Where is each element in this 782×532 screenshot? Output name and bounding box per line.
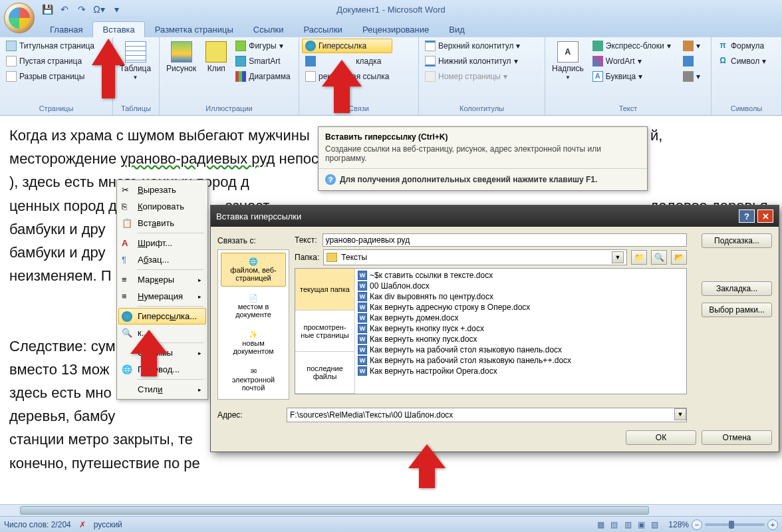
link-to-email[interactable]: ✉электронной почтой bbox=[221, 362, 286, 396]
link-to-place[interactable]: 📄местом в документе bbox=[221, 289, 286, 323]
bookmark-dlg-button[interactable]: Закладка... bbox=[702, 281, 772, 296]
ctx-hyperlink[interactable]: Гиперссылка... bbox=[118, 308, 206, 325]
file-item[interactable]: Как вернуть кнопку пуск +.docx bbox=[356, 323, 685, 334]
bt-current[interactable]: текущая папка bbox=[295, 269, 354, 311]
qat-menu-icon[interactable]: ▾ bbox=[109, 2, 124, 17]
horizontal-scrollbar[interactable] bbox=[0, 504, 782, 516]
date-button[interactable] bbox=[680, 54, 704, 68]
tab-review[interactable]: Рецензирование bbox=[352, 21, 439, 37]
pagenum-button[interactable]: Номер страницы ▾ bbox=[422, 69, 523, 84]
bt-recent[interactable]: последние файлы bbox=[295, 352, 354, 394]
bookmark-button[interactable]: Закладкакладка bbox=[302, 54, 392, 68]
ctx-bullets[interactable]: ≡Маркеры▸ bbox=[118, 271, 206, 288]
ctx-copy[interactable]: ⎘Копировать bbox=[118, 198, 206, 215]
blank-page-button[interactable]: Пустая страница bbox=[3, 54, 98, 68]
zoom-in[interactable]: + bbox=[767, 519, 778, 530]
dropcap-button[interactable]: AБуквица ▾ bbox=[589, 69, 674, 84]
text-input[interactable] bbox=[323, 233, 687, 247]
page-break-button[interactable]: Разрыв страницы bbox=[3, 69, 98, 84]
text: неизменяем. П bbox=[9, 267, 112, 284]
file-item[interactable]: Как div выровнять по центру.docx bbox=[356, 291, 685, 302]
sig-button[interactable]: ▾ bbox=[680, 39, 704, 53]
word-doc-icon bbox=[358, 303, 367, 312]
crossref-button[interactable]: рекрестная ссылка bbox=[302, 69, 392, 84]
file-item[interactable]: Как вернуть на рабочий стол языковую пан… bbox=[356, 355, 685, 366]
file-item[interactable]: Как вернуть домен.docx bbox=[356, 313, 685, 323]
file-item[interactable]: Как вернуть адресную строку в Опере.docx bbox=[356, 302, 685, 313]
ctx-paste[interactable]: 📋Вставить bbox=[118, 215, 206, 231]
file-item[interactable]: ~$к ставить ссылки в тексте.docx bbox=[356, 270, 685, 281]
tab-home[interactable]: Главная bbox=[40, 21, 92, 37]
link-to-file[interactable]: 🌐файлом, веб-страницей bbox=[221, 253, 286, 287]
spell-icon[interactable]: ✗ bbox=[79, 520, 86, 529]
shapes-button[interactable]: Фигуры ▾ bbox=[232, 39, 293, 53]
ctx-numbering[interactable]: ≡Нумерация▸ bbox=[118, 288, 206, 305]
file-list[interactable]: ~$к ставить ссылки в тексте.docx00 Шабло… bbox=[355, 269, 686, 394]
ctx-font[interactable]: AШрифт... bbox=[118, 235, 206, 251]
tab-view[interactable]: Вид bbox=[439, 21, 475, 37]
dialog-titlebar[interactable]: Вставка гиперссылки ? ✕ bbox=[211, 205, 779, 227]
target-frame-button[interactable]: Выбор рамки... bbox=[702, 303, 772, 317]
ok-button[interactable]: ОК bbox=[626, 430, 696, 445]
redo-icon[interactable]: ↷ bbox=[74, 2, 89, 17]
dialog-close-button[interactable]: ✕ bbox=[757, 209, 773, 223]
undo-icon[interactable]: ↶ bbox=[57, 2, 72, 17]
ctx-styles[interactable]: Стили▸ bbox=[118, 381, 206, 398]
ribbon: Титульная страница Пустая страница Разры… bbox=[0, 37, 782, 116]
file-item[interactable]: Как вернуть на рабочий стол языковую пан… bbox=[356, 344, 685, 355]
ctx-para[interactable]: ¶Абзац... bbox=[118, 251, 206, 268]
word-doc-icon bbox=[358, 324, 367, 333]
tab-insert[interactable]: Вставка bbox=[92, 21, 144, 37]
link-to-new[interactable]: ✨новым документом bbox=[221, 326, 286, 360]
text: конечно, путешествие по ре bbox=[9, 455, 200, 471]
omega-icon[interactable]: Ω▾ bbox=[92, 2, 106, 17]
address-input[interactable] bbox=[287, 408, 674, 422]
ctx-synonyms[interactable]: С онимы▸ bbox=[118, 344, 206, 361]
symbol-button[interactable]: ΩСимвол ▾ bbox=[714, 54, 769, 68]
cover-page-button[interactable]: Титульная страница bbox=[3, 39, 98, 53]
folder-combo[interactable]: Тексты ▼ bbox=[323, 249, 627, 265]
smartart-button[interactable]: SmartArt bbox=[232, 54, 293, 68]
tooltip-title: Вставить гиперссылку (Ctrl+K) bbox=[319, 127, 647, 144]
clip-button[interactable]: Клип bbox=[201, 39, 231, 76]
address-dropdown[interactable]: ▼ bbox=[674, 408, 686, 420]
zoom-value[interactable]: 128% bbox=[668, 520, 689, 529]
ctx-search[interactable]: 🔍к... bbox=[118, 325, 206, 341]
object-button[interactable]: ▾ bbox=[680, 69, 704, 84]
chart-button[interactable]: Диаграмма bbox=[232, 69, 293, 84]
web-button[interactable]: 🔍 bbox=[651, 250, 667, 265]
browse-button[interactable]: 📂 bbox=[671, 250, 687, 265]
textbox-button[interactable]: AНадпись▼ bbox=[548, 39, 588, 83]
table-button[interactable]: Таблица▼ bbox=[116, 39, 155, 83]
view-buttons[interactable]: ▦ ▤ ▥ ▣ ▧ bbox=[597, 520, 660, 529]
file-item[interactable]: 00 Шаблон.docx bbox=[356, 281, 685, 291]
folder-dropdown[interactable]: ▼ bbox=[612, 251, 624, 263]
text: Когда из храма с шумом выбегают мужчины bbox=[9, 127, 310, 144]
up-button[interactable]: 📁 bbox=[631, 250, 647, 265]
zoom-slider[interactable] bbox=[705, 523, 765, 526]
file-item[interactable]: Как вернуть кнопку пуск.docx bbox=[356, 334, 685, 344]
cancel-button[interactable]: Отмена bbox=[702, 430, 772, 445]
quickparts-button[interactable]: Экспресс-блоки ▾ bbox=[589, 39, 674, 53]
ctx-translate[interactable]: 🌐Перевод... bbox=[118, 361, 206, 378]
office-button[interactable] bbox=[4, 3, 35, 33]
save-icon[interactable]: 💾 bbox=[40, 2, 55, 17]
ctx-cut[interactable]: ✂Вырезать bbox=[118, 182, 206, 198]
word-count[interactable]: Число слов: 2/204 bbox=[4, 520, 71, 529]
language[interactable]: русский bbox=[94, 520, 122, 529]
dialog-help-button[interactable]: ? bbox=[739, 209, 755, 223]
file-item[interactable]: Как вернуть настройки Opera.docx bbox=[356, 366, 685, 376]
wordart-button[interactable]: WordArt ▾ bbox=[589, 54, 674, 68]
zoom-out[interactable]: − bbox=[692, 519, 702, 530]
equation-button[interactable]: πФормула bbox=[714, 39, 769, 53]
header-button[interactable]: Верхний колонтитул ▾ bbox=[422, 39, 523, 53]
bt-browsed[interactable]: просмотрен-ные страницы bbox=[295, 311, 354, 352]
picture-button[interactable]: Рисунок bbox=[162, 39, 200, 76]
hyperlink-button[interactable]: Гиперссылка bbox=[302, 39, 392, 53]
group-text-label: Текст bbox=[548, 103, 708, 114]
tab-layout[interactable]: Разметка страницы bbox=[145, 21, 243, 37]
screentip-button[interactable]: Подсказка... bbox=[702, 233, 772, 248]
tab-references[interactable]: Ссылки bbox=[243, 21, 294, 37]
footer-button[interactable]: Нижний колонтитул ▾ bbox=[422, 54, 523, 68]
tab-mailings[interactable]: Рассылки bbox=[294, 21, 352, 37]
